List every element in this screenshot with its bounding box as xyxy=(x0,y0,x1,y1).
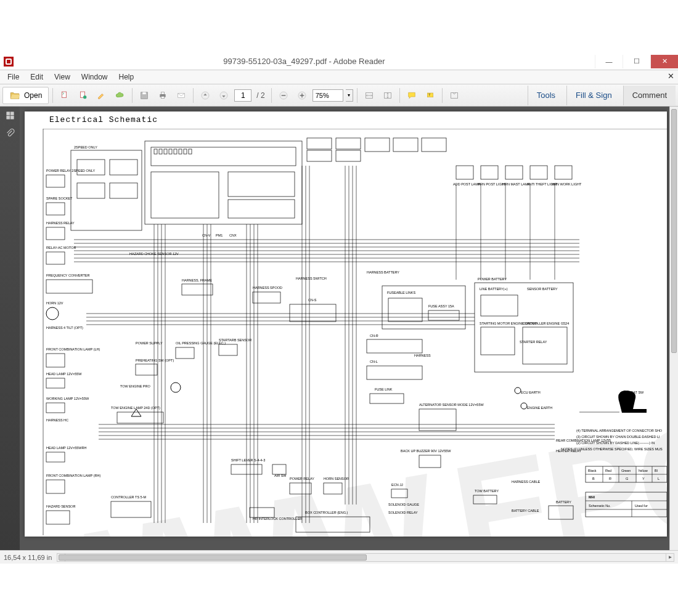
read-mode-button[interactable] xyxy=(446,87,462,104)
maximize-button[interactable]: ☐ xyxy=(623,55,650,68)
svg-rect-44 xyxy=(184,149,187,154)
scroll-right-icon[interactable]: ► xyxy=(666,554,674,561)
svg-text:HARNESS HC: HARNESS HC xyxy=(46,418,68,422)
svg-rect-12 xyxy=(281,95,285,95)
svg-text:HARNESS, FRAME: HARNESS, FRAME xyxy=(182,278,212,282)
svg-rect-91 xyxy=(219,344,237,355)
svg-text:HARNESS 4 TILT (OPT): HARNESS 4 TILT (OPT) xyxy=(46,326,83,330)
email-button[interactable] xyxy=(173,87,189,104)
svg-rect-124 xyxy=(367,366,422,379)
zoom-in-button[interactable] xyxy=(294,87,310,104)
menu-edit[interactable]: Edit xyxy=(25,71,48,83)
svg-text:NOTES (1) UNLESS OTHERWISE SPE: NOTES (1) UNLESS OTHERWISE SPECIFIED, WI… xyxy=(561,447,663,451)
tools-pane-button[interactable]: Tools xyxy=(528,86,564,105)
svg-rect-56 xyxy=(46,203,65,215)
svg-text:SOLENOID GAUGE: SOLENOID GAUGE xyxy=(388,503,419,506)
svg-text:SHIFT LEVER S-4-4-3: SHIFT LEVER S-4-4-3 xyxy=(231,458,265,462)
app-window: 99739-55120-03a_49297.pdf - Adobe Reader… xyxy=(0,53,678,564)
menu-help[interactable]: Help xyxy=(114,71,139,83)
svg-rect-50 xyxy=(365,138,390,152)
create-pdf-button[interactable] xyxy=(75,87,91,104)
menu-window[interactable]: Window xyxy=(76,71,113,83)
svg-rect-71 xyxy=(46,403,65,413)
cloud-icon xyxy=(115,91,125,100)
close-button[interactable]: ✕ xyxy=(650,55,678,68)
svg-rect-7 xyxy=(161,96,165,98)
page-number-input[interactable] xyxy=(234,89,251,102)
titlebar: 99739-55120-03a_49297.pdf - Adobe Reader… xyxy=(0,53,678,70)
svg-text:BATTERY CABLE: BATTERY CABLE xyxy=(512,509,539,513)
svg-text:SOLENOID RELAY: SOLENOID RELAY xyxy=(388,511,418,514)
svg-text:FRONT COMBINATION LAMP (RH): FRONT COMBINATION LAMP (RH) xyxy=(46,474,100,477)
export-pdf-button[interactable] xyxy=(57,87,73,104)
svg-rect-152 xyxy=(481,166,498,179)
cloud-button[interactable] xyxy=(112,87,128,104)
svg-rect-20 xyxy=(451,92,457,98)
svg-text:CN-R: CN-R xyxy=(370,334,378,338)
svg-text:STARTER RELAY: STARTER RELAY xyxy=(520,340,547,344)
menubar: File Edit View Window Help ✕ xyxy=(0,70,678,84)
save-button[interactable] xyxy=(136,87,152,104)
open-button[interactable]: Open xyxy=(2,87,49,104)
minimize-button[interactable]: — xyxy=(595,55,623,68)
svg-rect-35 xyxy=(151,172,219,218)
svg-rect-114 xyxy=(250,508,274,517)
toolbar: Open / 2 xyxy=(0,84,678,107)
svg-text:TOW ENGINE LAMP 24D (OPT): TOW ENGINE LAMP 24D (OPT) xyxy=(111,406,160,410)
svg-text:FUSE LINK: FUSE LINK xyxy=(375,387,393,391)
page-up-button[interactable] xyxy=(197,87,213,104)
svg-text:Green: Green xyxy=(621,469,631,472)
svg-rect-139 xyxy=(481,295,518,316)
h-scrollbar-thumb[interactable] xyxy=(59,554,367,561)
svg-rect-67 xyxy=(46,354,65,367)
attachments-icon[interactable] xyxy=(5,128,15,139)
menu-view[interactable]: View xyxy=(49,71,75,83)
svg-rect-37 xyxy=(228,200,295,218)
svg-rect-129 xyxy=(419,409,456,431)
highlight-button[interactable]: T xyxy=(422,87,438,104)
document-close-icon[interactable]: ✕ xyxy=(668,71,674,81)
svg-rect-31 xyxy=(110,160,137,175)
svg-text:SENSOR BATTERY: SENSOR BATTERY xyxy=(527,287,558,291)
svg-rect-54 xyxy=(46,175,65,187)
comment-bubble-button[interactable] xyxy=(404,87,420,104)
svg-rect-118 xyxy=(388,298,422,322)
nav-sidebar xyxy=(0,107,20,550)
svg-text:CN-L: CN-L xyxy=(370,360,378,363)
svg-text:Schematic No.: Schematic No. xyxy=(589,504,611,508)
fit-page-button[interactable] xyxy=(380,87,396,104)
vertical-scrollbar[interactable] xyxy=(669,107,678,550)
print-button[interactable] xyxy=(155,87,171,104)
svg-rect-46 xyxy=(307,138,332,149)
fill-sign-pane-button[interactable]: Fill & Sign xyxy=(566,86,621,105)
svg-rect-48 xyxy=(336,138,361,149)
svg-rect-36 xyxy=(228,172,295,197)
svg-rect-52 xyxy=(422,138,446,152)
svg-rect-84 xyxy=(182,284,213,295)
svg-text:(2) CIRCUIT SHOWN BY DASHED LI: (2) CIRCUIT SHOWN BY DASHED LINE(-------… xyxy=(576,441,655,445)
svg-rect-141 xyxy=(481,327,515,355)
svg-rect-45 xyxy=(189,149,192,154)
zoom-level-input[interactable] xyxy=(312,89,343,102)
window-title: 99739-55120-03a_49297.pdf - Adobe Reader xyxy=(14,57,595,66)
menu-file[interactable]: File xyxy=(2,71,24,83)
page-down-button[interactable] xyxy=(216,87,232,104)
edit-button[interactable] xyxy=(94,87,110,104)
document-viewport[interactable]: Electrical Schematic WWW.EPC O.COM 2SPEE… xyxy=(20,107,669,550)
horizontal-scrollbar[interactable]: ◄ ► xyxy=(57,553,674,562)
svg-text:HRN MAST LAMP: HRN MAST LAMP xyxy=(502,182,530,186)
svg-text:ADD POST LAMP: ADD POST LAMP xyxy=(453,182,481,186)
floppy-icon xyxy=(139,91,149,100)
scrollbar-thumb[interactable] xyxy=(671,109,677,353)
zoom-dropdown-button[interactable]: ▾ xyxy=(346,89,353,102)
electrical-schematic-diagram: 2SPEED ONLY xyxy=(25,129,667,535)
comment-pane-button[interactable]: Comment xyxy=(623,86,676,105)
svg-rect-161 xyxy=(473,495,497,504)
svg-text:MHI: MHI xyxy=(589,495,595,499)
zoom-out-button[interactable] xyxy=(276,87,292,104)
thumbnails-icon[interactable] xyxy=(5,110,15,121)
svg-text:ECN JJ: ECN JJ xyxy=(391,483,403,487)
svg-rect-78 xyxy=(46,511,70,524)
svg-text:BATTERY: BATTERY xyxy=(556,500,571,504)
fit-width-button[interactable] xyxy=(361,87,377,104)
